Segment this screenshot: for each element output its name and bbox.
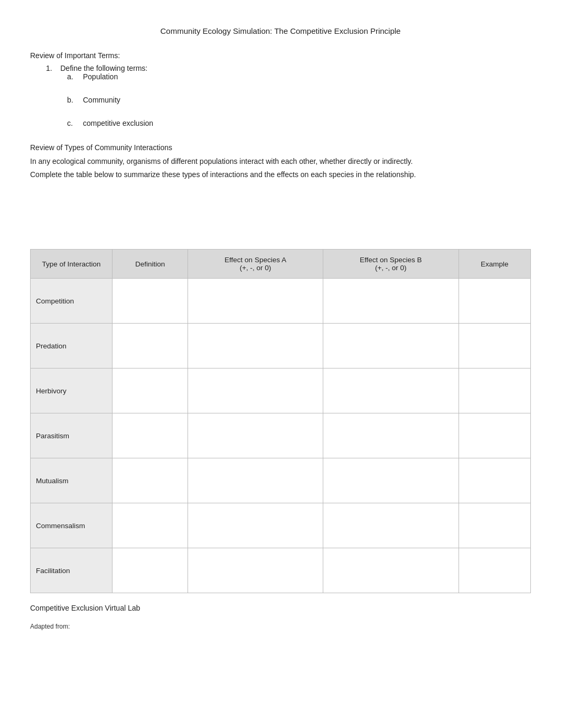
- row-def-facilitation[interactable]: [113, 548, 188, 593]
- row-def-herbivory[interactable]: [113, 368, 188, 413]
- footer-adapted: Adapted from:: [30, 623, 531, 630]
- col-header-example: Example: [459, 250, 530, 279]
- table-row: Mutualism: [31, 458, 531, 503]
- table-row: Commensalism: [31, 503, 531, 548]
- row-label-predation: Predation: [31, 324, 113, 368]
- row-effectb-herbivory[interactable]: [323, 368, 459, 413]
- row-effectb-predation[interactable]: [323, 324, 459, 368]
- row-effectb-facilitation[interactable]: [323, 548, 459, 593]
- row-effecta-commensalism[interactable]: [188, 503, 323, 548]
- table-row: Facilitation: [31, 548, 531, 593]
- row-effecta-facilitation[interactable]: [188, 548, 323, 593]
- section2-heading: Review of Types of Community Interaction…: [30, 143, 531, 152]
- row-effectb-competition[interactable]: [323, 279, 459, 324]
- row-def-commensalism[interactable]: [113, 503, 188, 548]
- row-label-commensalism: Commensalism: [31, 503, 113, 548]
- row-effectb-mutualism[interactable]: [323, 458, 459, 503]
- row-def-mutualism[interactable]: [113, 458, 188, 503]
- term-label-a: a.: [67, 72, 78, 81]
- row-effecta-predation[interactable]: [188, 324, 323, 368]
- table-wrapper: Type of Interaction Definition Effect on…: [30, 249, 531, 593]
- row-def-predation[interactable]: [113, 324, 188, 368]
- term-text-a: Population: [83, 72, 118, 81]
- table-row: Parasitism: [31, 413, 531, 458]
- col-header-species-b: Effect on Species B(+, -, or 0): [323, 250, 459, 279]
- term-item-a: a. Population: [67, 72, 531, 81]
- section2-line2: Complete the table below to summarize th…: [30, 169, 531, 180]
- row-example-commensalism[interactable]: [459, 503, 530, 548]
- row-example-herbivory[interactable]: [459, 368, 530, 413]
- footer-lab-title: Competitive Exclusion Virtual Lab: [30, 604, 531, 612]
- row-effecta-parasitism[interactable]: [188, 413, 323, 458]
- section2-line1: In any ecological community, organisms o…: [30, 156, 531, 167]
- col-header-type: Type of Interaction: [31, 250, 113, 279]
- table-row: Predation: [31, 324, 531, 368]
- row-label-herbivory: Herbivory: [31, 368, 113, 413]
- row-label-mutualism: Mutualism: [31, 458, 113, 503]
- term-item-b: b. Community: [67, 96, 531, 104]
- interactions-table: Type of Interaction Definition Effect on…: [30, 249, 531, 593]
- row-example-facilitation[interactable]: [459, 548, 530, 593]
- row-effecta-competition[interactable]: [188, 279, 323, 324]
- term-label-c: c.: [67, 119, 78, 127]
- spacer: [30, 186, 531, 238]
- row-label-parasitism: Parasitism: [31, 413, 113, 458]
- row-effecta-herbivory[interactable]: [188, 368, 323, 413]
- row-effectb-parasitism[interactable]: [323, 413, 459, 458]
- section2: Review of Types of Community Interaction…: [30, 143, 531, 180]
- row-label-competition: Competition: [31, 279, 113, 324]
- table-header-row: Type of Interaction Definition Effect on…: [31, 250, 531, 279]
- term-item-c: c. competitive exclusion: [67, 119, 531, 127]
- row-example-predation[interactable]: [459, 324, 530, 368]
- row-effecta-mutualism[interactable]: [188, 458, 323, 503]
- row-effectb-commensalism[interactable]: [323, 503, 459, 548]
- row-label-facilitation: Facilitation: [31, 548, 113, 593]
- row-example-parasitism[interactable]: [459, 413, 530, 458]
- table-row: Herbivory: [31, 368, 531, 413]
- table-row: Competition: [31, 279, 531, 324]
- term-label-b: b.: [67, 96, 78, 104]
- section1-heading: Review of Important Terms:: [30, 51, 531, 60]
- col-header-definition: Definition: [113, 250, 188, 279]
- term-text-b: Community: [83, 96, 120, 104]
- numbered-item-1: 1. Define the following terms: a. Popula…: [46, 64, 531, 127]
- numbered-item-1-text: Define the following terms:: [60, 64, 147, 72]
- row-def-parasitism[interactable]: [113, 413, 188, 458]
- row-example-mutualism[interactable]: [459, 458, 530, 503]
- page-title: Community Ecology Simulation: The Compet…: [30, 26, 531, 35]
- row-example-competition[interactable]: [459, 279, 530, 324]
- row-def-competition[interactable]: [113, 279, 188, 324]
- term-text-c: competitive exclusion: [83, 119, 153, 127]
- col-header-species-a: Effect on Species A(+, -, or 0): [188, 250, 323, 279]
- numbered-item-1-label: 1.: [46, 64, 52, 72]
